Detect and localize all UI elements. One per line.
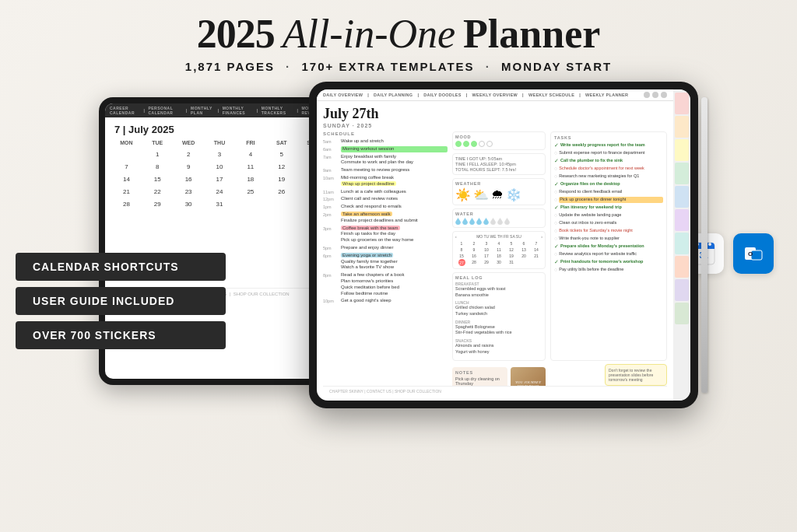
cal-day-11[interactable]: 11 [235, 161, 265, 173]
cal-day-28[interactable]: 28 [111, 198, 142, 210]
cal-day-2[interactable]: 2 [174, 149, 204, 160]
cal-day-4[interactable]: 4 [235, 149, 265, 160]
tab-purple[interactable] [675, 209, 689, 231]
cal-day-7[interactable]: 7 [111, 161, 142, 173]
cal-day-14[interactable]: 14 [111, 173, 142, 185]
mini-day-20[interactable]: 20 [518, 253, 530, 259]
mini-day-9[interactable]: 9 [468, 247, 480, 253]
btn-circle3[interactable] [661, 92, 667, 98]
mini-day-7[interactable]: 7 [530, 240, 542, 247]
mood-circle-1[interactable] [455, 141, 462, 147]
mini-day-31[interactable]: 31 [505, 259, 518, 266]
nav-career[interactable]: CAREER CALENDAR [110, 106, 141, 115]
nav-daily-overview[interactable]: DAILY OVERVIEW [323, 93, 363, 97]
mini-day-27[interactable]: 27 [458, 259, 465, 266]
sched-6am: 6am Morning workout session [323, 146, 448, 152]
subtitle: 1,871 PAGES · 170+ EXTRA TEMPLATES · MON… [185, 61, 612, 72]
tab-green[interactable] [675, 163, 689, 184]
cal-day-8[interactable]: 8 [142, 161, 173, 173]
tab-yellow[interactable] [675, 139, 689, 161]
cal-day-5[interactable]: 5 [266, 149, 297, 160]
cal-day-16[interactable]: 16 [174, 173, 204, 185]
mini-day-5[interactable]: 5 [505, 240, 518, 247]
mini-day-19[interactable]: 19 [505, 253, 518, 259]
mini-day-28[interactable]: 28 [468, 259, 480, 266]
mini-day-8[interactable]: 8 [455, 247, 468, 253]
drop3[interactable] [469, 218, 475, 225]
mini-day-4[interactable]: 4 [493, 240, 505, 247]
mini-cal-next[interactable]: › [541, 234, 542, 239]
cal-day-22[interactable]: 22 [142, 186, 173, 198]
mood-circle-4[interactable] [479, 141, 485, 147]
nav-trackers[interactable]: MONTHLY TRACKERS [262, 106, 294, 115]
cal-day-18[interactable]: 18 [235, 173, 265, 185]
cal-day-23[interactable]: 23 [174, 186, 204, 198]
cal-day-31[interactable]: 31 [205, 198, 235, 210]
mini-day-21[interactable]: 21 [530, 253, 542, 259]
cal-day-12[interactable]: 12 [266, 161, 297, 173]
mini-day-30[interactable]: 30 [493, 259, 505, 266]
tab-orange[interactable] [675, 116, 689, 138]
cal-day-9[interactable]: 9 [174, 161, 204, 173]
nav-monthly[interactable]: MONTHLY PLAN [191, 106, 215, 115]
cal-day-24[interactable]: 24 [205, 186, 235, 198]
mini-cal-prev[interactable]: ‹ [455, 234, 457, 239]
cal-day-30[interactable]: 30 [174, 198, 204, 210]
tab-teal[interactable] [675, 233, 689, 254]
cal-day-21[interactable]: 21 [111, 186, 142, 198]
mood-circle-2[interactable] [463, 141, 469, 147]
btn-circle2[interactable] [652, 92, 658, 98]
mini-day-6[interactable]: 6 [518, 240, 530, 247]
cal-day-29[interactable]: 29 [142, 198, 173, 210]
nav-personal[interactable]: PERSONAL CALENDAR [148, 106, 183, 115]
tab-blue[interactable] [675, 186, 689, 208]
nav-daily-planning[interactable]: DAILY PLANNING [374, 93, 413, 97]
mini-day-3[interactable]: 3 [480, 240, 493, 247]
drop4[interactable] [476, 218, 482, 225]
cal-day-15[interactable]: 15 [142, 173, 173, 185]
task-9: ✓ Plan itinerary for weekend trip [554, 205, 663, 211]
tab-lavender[interactable] [675, 279, 689, 301]
drop2[interactable] [462, 218, 468, 225]
tab-pink[interactable] [675, 93, 689, 114]
task-text-2: Submit expense report to finance departm… [559, 150, 663, 156]
cal-day-3[interactable]: 3 [205, 149, 235, 160]
day-label-fri: FRI [235, 138, 265, 147]
mini-day-17[interactable]: 17 [480, 253, 493, 259]
cal-day-10[interactable]: 10 [205, 161, 235, 173]
drop7[interactable] [497, 218, 503, 225]
nav-daily-doodles[interactable]: DAILY DOODLES [423, 93, 462, 97]
cal-day-25[interactable]: 25 [235, 186, 265, 198]
mini-day-18[interactable]: 18 [493, 253, 505, 259]
cal-day-19[interactable]: 19 [266, 173, 297, 185]
btn-circle1[interactable] [644, 92, 650, 98]
cal-day-26[interactable]: 26 [266, 186, 297, 198]
mini-day-12[interactable]: 12 [505, 247, 518, 253]
mini-day-16[interactable]: 16 [468, 253, 480, 259]
nav-weekly-planner[interactable]: WEEKLY PLANNER [585, 93, 628, 97]
sched-time-2pm: 2pm [323, 212, 339, 217]
mini-day-2[interactable]: 2 [468, 240, 480, 247]
mini-day-29[interactable]: 29 [480, 259, 493, 266]
cal-day-1[interactable]: 1 [142, 149, 173, 160]
drop1[interactable] [455, 218, 461, 225]
mood-circle-5[interactable] [486, 141, 493, 147]
mini-day-1[interactable]: 1 [455, 240, 468, 247]
nav-finances[interactable]: MONTHLY FINANCES [223, 106, 254, 115]
mini-day-10[interactable]: 10 [480, 247, 493, 253]
nav-weekly-overview[interactable]: WEEKLY OVERVIEW [472, 93, 518, 97]
mini-day-14[interactable]: 14 [530, 247, 542, 253]
drop6[interactable] [490, 218, 496, 225]
dot1: · [286, 60, 290, 73]
calendar-days: 1 2 3 4 5 6 7 8 9 10 11 12 13 14 [111, 149, 328, 210]
nav-weekly-schedule[interactable]: WEEKLY SCHEDULE [528, 93, 574, 97]
mini-day-15[interactable]: 15 [455, 253, 468, 259]
tab-sage[interactable] [675, 303, 689, 324]
tab-peach[interactable] [675, 256, 689, 278]
mini-day-11[interactable]: 11 [493, 247, 505, 253]
mood-circle-3[interactable] [471, 141, 477, 147]
drop5[interactable] [483, 218, 489, 225]
mini-day-13[interactable]: 13 [518, 247, 530, 253]
cal-day-17[interactable]: 17 [205, 173, 235, 185]
drop8[interactable] [504, 218, 510, 225]
